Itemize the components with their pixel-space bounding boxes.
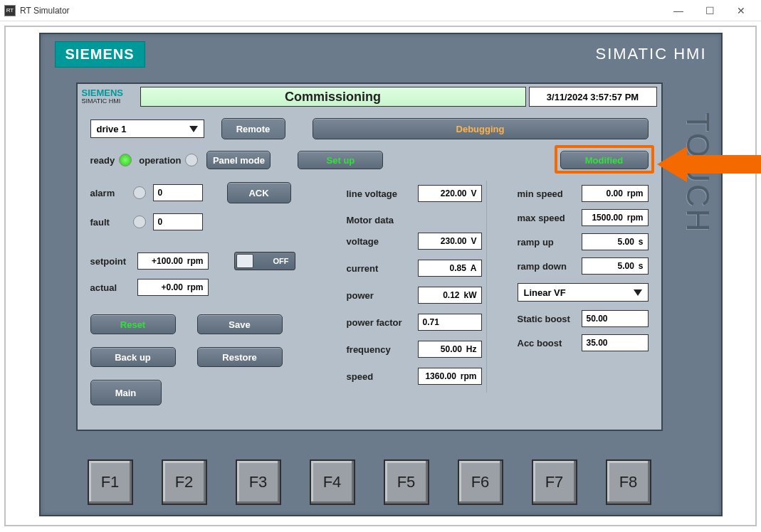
freq-value[interactable]: 50.00Hz [418,341,482,358]
drive-dropdown[interactable]: drive 1 [90,119,204,138]
acc-boost-label: Acc boost [518,338,582,349]
debugging-button[interactable]: Debugging [313,118,649,139]
setup-button[interactable]: Set up [298,151,383,169]
vf-mode-dropdown[interactable]: Linear VF [518,283,649,302]
ack-button[interactable]: ACK [227,182,291,203]
ramp-down-label: ramp down [518,261,582,272]
setpoint-label: setpoint [90,256,132,267]
maximize-button[interactable]: ☐ [694,1,725,21]
modified-button[interactable]: Modified [560,151,649,169]
static-boost-value[interactable]: 50.00 [582,310,649,327]
window-titlebar: RT RT Simulator — ☐ ✕ [0,0,761,21]
fault-value[interactable]: 0 [153,213,203,230]
pf-value[interactable]: 0.71 [418,314,482,331]
voltage-label: voltage [347,236,418,247]
page-title: Commissioning [140,87,526,107]
max-speed-label: max speed [518,213,582,223]
pf-label: power factor [347,317,418,328]
fkey-f7[interactable]: F7 [532,459,577,505]
backup-button[interactable]: Back up [90,347,176,367]
save-button[interactable]: Save [197,314,283,334]
timestamp: 3/11/2024 3:57:57 PM [529,87,657,107]
panel-mode-button[interactable]: Panel mode [206,151,271,169]
simulator-frame: SIEMENS SIMATIC HMI TOUCH SIEMENS SIMATI… [4,26,757,526]
min-speed-value[interactable]: 0.00rpm [582,185,649,202]
motor-data-label: Motor data [347,215,498,225]
setpoint-value[interactable]: +100.00rpm [137,252,209,270]
freq-label: frequency [347,344,418,355]
fkey-f6[interactable]: F6 [458,459,503,505]
min-speed-label: min speed [518,188,582,199]
static-boost-label: Static boost [518,314,582,324]
restore-button[interactable]: Restore [197,347,283,367]
reset-button[interactable]: Reset [90,314,176,334]
simatic-label: SIMATIC HMI [595,45,706,63]
ramp-down-value[interactable]: 5.00s [582,257,649,275]
header-brand: SIEMENS SIMATIC HMI [82,88,137,105]
ramp-up-value[interactable]: 5.00s [582,233,649,250]
power-value[interactable]: 0.12kW [418,287,482,304]
alarm-label: alarm [90,188,126,198]
divider [486,181,487,393]
callout-arrow [657,147,762,182]
alarm-value[interactable]: 0 [153,184,203,201]
off-toggle[interactable]: OFF [234,252,295,270]
ramp-up-label: ramp up [518,237,582,248]
window-title: RT Simulator [20,6,70,16]
ready-label: ready [90,155,115,166]
remote-button[interactable]: Remote [221,118,285,139]
fkey-f5[interactable]: F5 [384,459,429,505]
max-speed-value[interactable]: 1500.00rpm [582,209,649,226]
app-icon: RT [4,5,16,16]
fault-label: fault [90,217,126,228]
fkey-f2[interactable]: F2 [162,459,207,505]
ready-led [119,154,132,166]
fault-led [133,216,146,228]
alarm-led [133,186,146,199]
close-button[interactable]: ✕ [725,1,757,21]
voltage-value[interactable]: 230.00V [418,233,482,250]
line-voltage-label: line voltage [347,188,418,199]
screen-header: SIEMENS SIMATIC HMI Commissioning 3/11/2… [78,84,661,110]
actual-label: actual [90,282,132,293]
operation-led [185,154,198,166]
speed-label: speed [347,371,418,382]
actual-value: +0.00rpm [137,279,209,296]
fkey-f4[interactable]: F4 [310,459,355,505]
fkey-f8[interactable]: F8 [606,459,651,505]
hmi-screen: SIEMENS SIMATIC HMI Commissioning 3/11/2… [76,83,663,431]
siemens-logo: SIEMENS [55,41,145,68]
drive-selected: drive 1 [97,124,127,134]
minimize-button[interactable]: — [663,1,694,21]
acc-boost-value[interactable]: 35.00 [582,334,649,351]
chevron-down-icon [634,289,642,296]
speed-value[interactable]: 1360.00rpm [418,368,482,385]
hmi-bezel: SIEMENS SIMATIC HMI TOUCH SIEMENS SIMATI… [39,33,723,516]
power-label: power [347,290,418,301]
fkey-row: F1 F2 F3 F4 F5 F6 F7 F8 [76,459,663,505]
current-label: current [347,263,418,274]
operation-label: operation [139,155,181,166]
main-button[interactable]: Main [90,380,162,405]
line-voltage-value[interactable]: 220.00V [418,185,482,202]
chevron-down-icon [189,126,198,132]
fkey-f1[interactable]: F1 [88,459,133,505]
current-value[interactable]: 0.85A [418,260,482,277]
fkey-f3[interactable]: F3 [236,459,281,505]
